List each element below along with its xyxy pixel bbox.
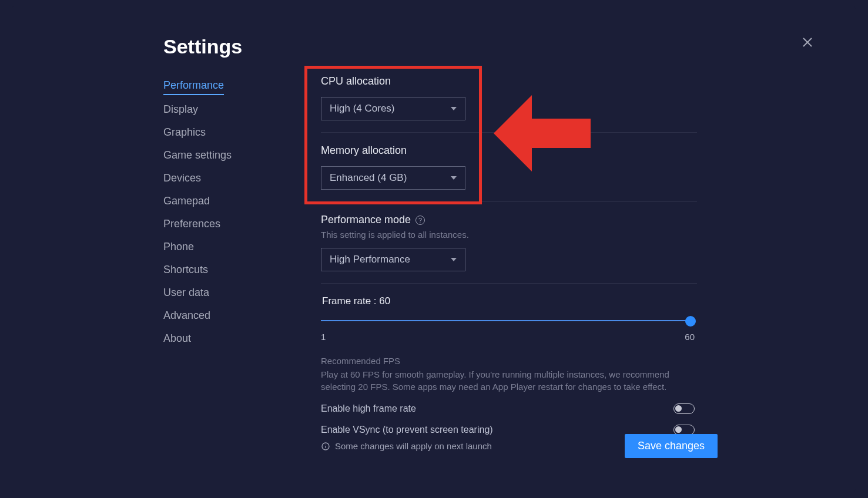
slider-track [321,320,695,321]
performance-mode-select[interactable]: High Performance [321,248,465,271]
sidebar-item-user-data[interactable]: User data [163,287,232,301]
cpu-allocation-select[interactable]: High (4 Cores) [321,97,465,120]
divider [321,201,697,202]
sidebar-item-advanced[interactable]: Advanced [163,309,232,324]
sidebar-item-about[interactable]: About [163,332,232,347]
frame-rate-slider[interactable] [321,314,695,328]
save-changes-button[interactable]: Save changes [625,434,718,458]
chevron-down-icon [451,176,457,180]
performance-mode-label: Performance mode [321,214,411,226]
info-icon[interactable]: ? [415,216,425,225]
sidebar-item-shortcuts[interactable]: Shortcuts [163,264,232,278]
memory-allocation-value: Enhanced (4 GB) [330,172,407,184]
recommended-fps-body: Play at 60 FPS for smooth gameplay. If y… [321,368,685,393]
performance-mode-helper: This setting is applied to all instances… [321,230,697,240]
close-icon [800,35,815,49]
sidebar-item-performance[interactable]: Performance [163,79,224,95]
recommended-fps-title: Recommended FPS [321,356,697,366]
frame-rate-min: 1 [321,332,326,342]
frame-rate-max: 60 [685,332,695,342]
sidebar-item-devices[interactable]: Devices [163,172,232,187]
high-frame-rate-label: Enable high frame rate [321,403,416,414]
slider-thumb[interactable] [685,316,696,327]
cpu-allocation-label: CPU allocation [321,75,697,88]
toggle-dot [675,426,682,433]
divider [321,283,697,284]
page-title: Settings [163,35,242,58]
sidebar-item-phone[interactable]: Phone [163,241,232,255]
frame-rate-label: Frame rate : 60 [322,295,697,307]
divider [321,132,697,133]
cpu-allocation-value: High (4 Cores) [330,103,395,115]
sidebar: Performance Display Graphics Game settin… [163,79,232,347]
sidebar-item-game-settings[interactable]: Game settings [163,149,232,164]
performance-mode-value: High Performance [330,254,410,265]
sidebar-item-display[interactable]: Display [163,103,232,118]
sidebar-item-graphics[interactable]: Graphics [163,126,232,141]
sidebar-item-gamepad[interactable]: Gamepad [163,195,232,210]
toggle-dot [675,405,682,412]
memory-allocation-label: Memory allocation [321,144,697,157]
close-button[interactable] [800,35,815,49]
info-icon [321,442,330,451]
chevron-down-icon [451,258,457,261]
memory-allocation-select[interactable]: Enhanced (4 GB) [321,166,465,190]
sidebar-item-preferences[interactable]: Preferences [163,218,232,233]
high-frame-rate-toggle[interactable] [673,403,695,414]
chevron-down-icon [451,107,457,110]
footer-notice: Some changes will apply on next launch [321,441,492,451]
